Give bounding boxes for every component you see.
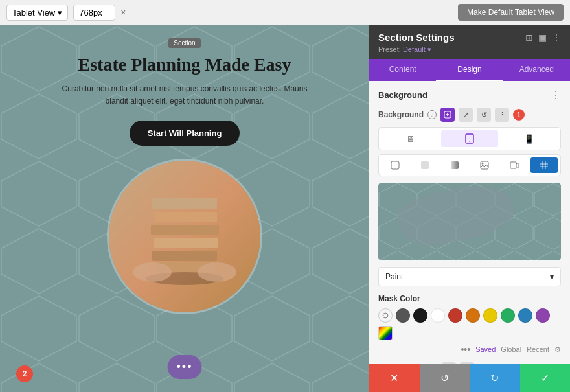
color-picker-button[interactable] xyxy=(378,308,393,323)
panel-step-1-badge: 1 xyxy=(513,109,525,121)
svg-rect-10 xyxy=(466,134,473,143)
bg-link-button[interactable] xyxy=(440,108,455,122)
swatch-dark-red[interactable] xyxy=(448,308,462,323)
bg-color-button[interactable] xyxy=(411,157,439,173)
save-icon: ✓ xyxy=(541,372,549,384)
section-settings-panel: Section Settings ⊞ ▣ ⋮ Preset: Default ▾… xyxy=(369,25,570,392)
bg-gradient-button[interactable] xyxy=(441,157,468,173)
view-label: Tablet View xyxy=(12,8,55,17)
svg-rect-2 xyxy=(151,225,219,235)
swatch-white[interactable] xyxy=(431,308,445,323)
panel-bottom-bar: ✕ ↺ ↻ ✓ xyxy=(369,364,570,392)
panel-title: Section Settings xyxy=(378,32,455,43)
svg-point-16 xyxy=(482,163,484,165)
recent-tab[interactable]: Recent xyxy=(527,345,549,353)
make-default-button[interactable]: Make Default Tablet View xyxy=(458,4,564,21)
hero-image-inner xyxy=(109,161,260,312)
svg-rect-12 xyxy=(391,161,399,169)
panel-header: Section Settings ⊞ ▣ ⋮ Preset: Default ▾ xyxy=(369,25,570,59)
bg-pattern-button[interactable] xyxy=(530,157,558,173)
help-icon[interactable]: ? xyxy=(428,110,437,119)
color-swatches xyxy=(378,308,561,340)
main-layout: Section Estate Planning Made Easy Curabi… xyxy=(0,25,570,392)
svg-rect-18 xyxy=(540,161,548,169)
bg-cursor-button[interactable]: ↗ xyxy=(459,108,473,122)
desktop-button[interactable]: 🖥 xyxy=(382,130,439,147)
color-settings-icon[interactable]: ⚙ xyxy=(554,345,561,354)
panel-tabs: Content Design Advanced xyxy=(369,59,570,81)
swatch-purple[interactable] xyxy=(536,308,550,323)
swatch-green[interactable] xyxy=(501,308,515,323)
canvas-area: Section Estate Planning Made Easy Curabi… xyxy=(0,25,369,392)
hero-image xyxy=(107,159,262,314)
background-heading-title: Background xyxy=(378,90,428,100)
chevron-down-icon: ▾ xyxy=(58,8,62,17)
swatch-orange[interactable] xyxy=(466,308,480,323)
tab-design[interactable]: Design xyxy=(436,59,503,81)
global-tab[interactable]: Global xyxy=(501,345,521,353)
section-options-icon[interactable]: ⋮ xyxy=(551,89,561,101)
canvas-content: Section Estate Planning Made Easy Curabi… xyxy=(0,25,369,392)
panel-title-row: Section Settings ⊞ ▣ ⋮ xyxy=(378,32,561,43)
redo-button[interactable]: ↻ xyxy=(470,364,520,392)
close-resolution-button[interactable]: × xyxy=(120,7,126,17)
reset-icon: ↺ xyxy=(440,372,449,384)
bg-type-selector xyxy=(378,154,561,176)
svg-rect-0 xyxy=(152,198,217,209)
hero-title: Estate Planning Made Easy xyxy=(78,54,291,75)
screen-icon-button[interactable]: ⊞ xyxy=(525,32,533,43)
bg-none-button[interactable] xyxy=(382,157,409,173)
saved-tab[interactable]: Saved xyxy=(475,345,496,353)
resolution-input[interactable] xyxy=(73,5,115,21)
color-gradient-swatch[interactable] xyxy=(378,326,393,340)
redo-icon: ↻ xyxy=(490,372,499,384)
mask-color-label: Mask Color xyxy=(378,294,561,303)
bg-preview xyxy=(378,183,561,260)
canvas-step-2-badge: 2 xyxy=(16,365,33,382)
device-selector: 🖥 📱 xyxy=(378,127,561,150)
cta-button[interactable]: Start Will Planning xyxy=(130,121,240,146)
cancel-button[interactable]: ✕ xyxy=(369,364,420,392)
mobile-button[interactable]: 📱 xyxy=(501,130,558,147)
swatch-blue[interactable] xyxy=(518,308,532,323)
svg-rect-1 xyxy=(155,212,217,222)
bg-more-button[interactable]: ⋮ xyxy=(495,108,509,122)
more-options-button[interactable]: ⋮ xyxy=(552,32,561,43)
svg-rect-4 xyxy=(152,251,217,261)
color-tabs: ••• Saved Global Recent ⚙ xyxy=(378,344,561,354)
layout-icon-button[interactable]: ▣ xyxy=(538,32,547,43)
bg-video-button[interactable] xyxy=(501,157,528,173)
preset-value[interactable]: Default ▾ xyxy=(403,45,431,53)
section-tag: Section xyxy=(168,38,200,48)
tab-content[interactable]: Content xyxy=(369,59,436,81)
dropdown-chevron-icon: ▾ xyxy=(550,272,554,281)
hero-subtitle: Curabitur non nulla sit amet nisl tempus… xyxy=(55,83,314,108)
color-dots-button[interactable]: ••• xyxy=(461,344,470,354)
cancel-icon: ✕ xyxy=(390,372,398,384)
background-label: Background xyxy=(378,110,424,119)
reset-button[interactable]: ↺ xyxy=(420,364,470,392)
swatch-gray[interactable] xyxy=(396,308,410,323)
view-select[interactable]: Tablet View ▾ xyxy=(6,5,68,21)
svg-rect-13 xyxy=(421,161,429,169)
top-toolbar: Tablet View ▾ × Make Default Tablet View xyxy=(0,0,570,25)
bg-reset-button[interactable]: ↺ xyxy=(477,108,491,122)
paint-dropdown[interactable]: Paint ▾ xyxy=(378,267,561,286)
svg-rect-3 xyxy=(154,238,218,248)
background-section-heading: Background ⋮ xyxy=(378,89,561,101)
background-label-row: Background ? ↗ ↺ ⋮ 1 xyxy=(378,108,561,122)
bg-image-button[interactable] xyxy=(471,157,498,173)
svg-point-7 xyxy=(133,262,172,282)
svg-point-8 xyxy=(198,262,236,282)
svg-rect-17 xyxy=(510,162,516,168)
dots-menu-bubble[interactable]: ••• xyxy=(168,355,202,379)
svg-rect-14 xyxy=(451,161,459,169)
swatch-yellow[interactable] xyxy=(483,308,497,323)
tablet-button[interactable] xyxy=(441,130,498,147)
save-button[interactable]: ✓ xyxy=(520,364,571,392)
tab-advanced[interactable]: Advanced xyxy=(503,59,570,81)
paint-label: Paint xyxy=(385,272,403,281)
panel-header-icons: ⊞ ▣ ⋮ xyxy=(525,32,561,43)
swatch-black[interactable] xyxy=(413,308,428,323)
panel-preset: Preset: Default ▾ xyxy=(378,45,561,54)
